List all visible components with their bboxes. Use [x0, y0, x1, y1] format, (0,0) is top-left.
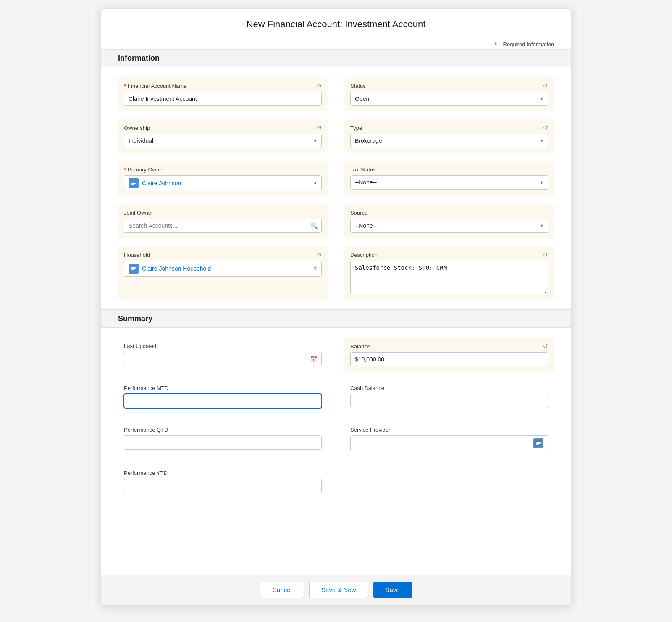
field-primary-owner: * Primary Owner Claire Johnson	[118, 161, 328, 196]
reset-financial-account-name-icon[interactable]: ↺	[317, 82, 322, 89]
label-balance: Balance ↺	[350, 343, 548, 350]
field-last-updated: Last Updated 📅	[118, 338, 328, 372]
svg-rect-9	[536, 442, 541, 443]
household-lookup[interactable]: Claire Johnson Household ×	[124, 261, 322, 277]
required-star: *	[495, 41, 497, 47]
page-title: New Financial Account: Investment Accoun…	[118, 19, 554, 30]
performance-qtd-input[interactable]	[124, 435, 322, 450]
source-select-wrapper: --None-- Referral Direct Online	[350, 219, 548, 233]
joint-owner-search-field: 🔍	[124, 219, 322, 233]
required-text: = Required Information	[498, 41, 554, 47]
financial-account-name-input[interactable]	[124, 92, 322, 106]
performance-ytd-input[interactable]	[124, 479, 322, 493]
field-household: Household ↺ Claire Johnson Household	[118, 246, 328, 299]
field-ownership: Ownership ↺ Individual Joint Entity	[118, 119, 328, 153]
label-cash-balance: Cash Balance	[350, 385, 548, 391]
ownership-select-wrapper: Individual Joint Entity	[124, 134, 322, 148]
label-performance-mtd: Performance MTD	[124, 385, 322, 391]
label-household: Household ↺	[124, 251, 322, 258]
status-select[interactable]: Open Closed Pending	[350, 92, 548, 106]
reset-ownership-icon[interactable]: ↺	[317, 124, 322, 131]
field-service-provider: Service Provider	[344, 422, 554, 456]
field-tax-status: Tax Status --None-- Taxable Tax-Deferred…	[344, 161, 554, 196]
svg-rect-1	[131, 182, 136, 182]
type-select-wrapper: Brokerage Retirement Savings Checking	[350, 134, 548, 148]
cancel-button[interactable]: Cancel	[260, 582, 304, 598]
field-description: Description ↺ Salesforce Stock: STO: CRM	[344, 246, 554, 299]
label-ownership: Ownership ↺	[124, 124, 322, 131]
field-status: Status ↺ Open Closed Pending	[344, 77, 554, 111]
primary-owner-value: Claire Johnson	[142, 180, 310, 187]
joint-owner-input[interactable]	[124, 219, 322, 233]
source-select[interactable]: --None-- Referral Direct Online	[350, 219, 548, 233]
label-performance-ytd: Performance YTD	[124, 470, 322, 476]
reset-status-icon[interactable]: ↺	[543, 82, 548, 89]
status-select-wrapper: Open Closed Pending	[350, 92, 548, 106]
ownership-select[interactable]: Individual Joint Entity	[124, 134, 322, 148]
tax-status-select-wrapper: --None-- Taxable Tax-Deferred Tax-Exempt	[350, 175, 548, 190]
svg-rect-6	[131, 268, 136, 269]
save-button[interactable]: Save	[373, 582, 412, 598]
cash-balance-input[interactable]	[350, 394, 548, 408]
reset-balance-icon[interactable]: ↺	[543, 343, 548, 350]
svg-rect-5	[131, 267, 136, 268]
field-source: Source --None-- Referral Direct Online	[344, 205, 554, 238]
primary-owner-lookup[interactable]: Claire Johnson ×	[124, 175, 322, 191]
required-note: * = Required Information	[101, 37, 571, 49]
label-type: Type ↺	[350, 124, 548, 131]
summary-form-grid: Last Updated 📅 Balance ↺	[118, 338, 554, 498]
tax-status-select[interactable]: --None-- Taxable Tax-Deferred Tax-Exempt	[350, 175, 548, 190]
modal-container: New Financial Account: Investment Accoun…	[101, 8, 571, 605]
type-select[interactable]: Brokerage Retirement Savings Checking	[350, 134, 548, 148]
reset-description-icon[interactable]: ↺	[543, 251, 548, 258]
reset-type-icon[interactable]: ↺	[543, 124, 548, 131]
field-financial-account-name: * Financial Account Name ↺	[118, 77, 328, 111]
label-tax-status: Tax Status	[350, 166, 548, 173]
label-last-updated: Last Updated	[124, 343, 322, 349]
field-cash-balance: Cash Balance	[344, 380, 554, 413]
performance-mtd-input[interactable]	[124, 394, 322, 408]
balance-input[interactable]	[350, 352, 548, 366]
field-balance: Balance ↺	[344, 338, 554, 372]
last-updated-input[interactable]	[124, 352, 322, 366]
svg-rect-11	[536, 444, 539, 445]
section-information-header: Information	[101, 49, 571, 67]
household-clear-icon[interactable]: ×	[313, 265, 317, 272]
section-information-content: * Financial Account Name ↺ Status ↺	[101, 67, 571, 309]
svg-rect-2	[131, 183, 136, 184]
information-form-grid: * Financial Account Name ↺ Status ↺	[118, 77, 554, 299]
household-lookup-icon	[129, 264, 139, 274]
label-source: Source	[350, 210, 548, 216]
save-new-button[interactable]: Save & New	[309, 582, 368, 598]
primary-owner-clear-icon[interactable]: ×	[313, 180, 317, 187]
section-summary-header: Summary	[101, 310, 571, 328]
section-summary-content: Last Updated 📅 Balance ↺	[101, 328, 571, 508]
label-primary-owner: * Primary Owner	[124, 166, 322, 173]
service-provider-lookup-icon	[533, 438, 543, 448]
modal-header: New Financial Account: Investment Accoun…	[101, 9, 571, 37]
label-status: Status ↺	[350, 82, 548, 89]
field-performance-qtd: Performance QTD	[118, 422, 328, 456]
field-performance-mtd: Performance MTD	[118, 380, 328, 413]
svg-rect-3	[131, 184, 134, 185]
label-service-provider: Service Provider	[350, 427, 548, 433]
label-description: Description ↺	[350, 251, 548, 258]
label-financial-account-name: * Financial Account Name ↺	[124, 82, 322, 89]
household-value: Claire Johnson Household	[142, 265, 310, 272]
last-updated-date-field: 📅	[124, 352, 322, 366]
field-joint-owner: Joint Owner 🔍	[118, 205, 328, 238]
field-performance-ytd: Performance YTD	[118, 465, 328, 498]
service-provider-lookup[interactable]	[350, 435, 548, 451]
svg-rect-7	[131, 269, 134, 270]
modal-footer: Cancel Save & New Save	[101, 575, 571, 605]
description-textarea[interactable]: Salesforce Stock: STO: CRM	[350, 261, 548, 294]
reset-household-icon[interactable]: ↺	[317, 251, 322, 258]
field-type: Type ↺ Brokerage Retirement Savings Chec…	[344, 119, 554, 153]
svg-rect-10	[536, 443, 541, 444]
primary-owner-lookup-icon	[129, 178, 139, 188]
label-joint-owner: Joint Owner	[124, 210, 322, 216]
label-performance-qtd: Performance QTD	[124, 427, 322, 433]
